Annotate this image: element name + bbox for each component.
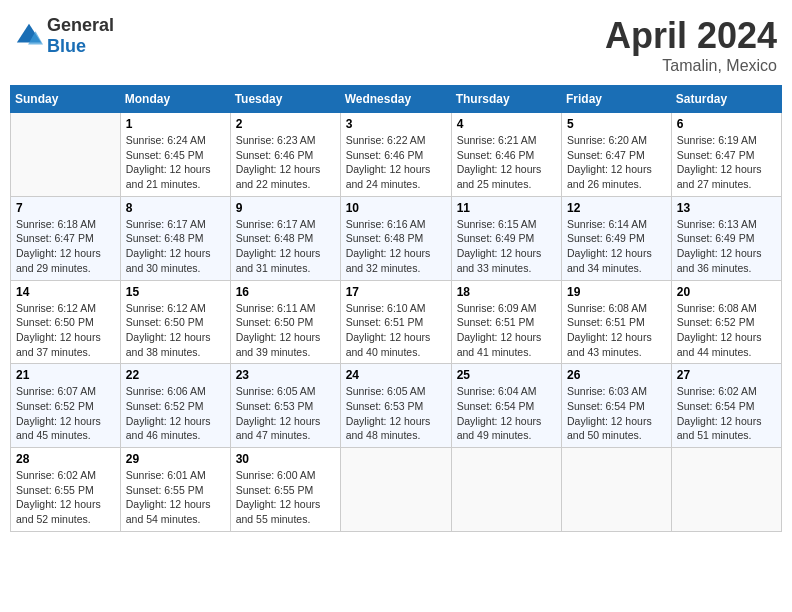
day-number: 7 <box>16 201 115 215</box>
day-number: 2 <box>236 117 335 131</box>
weekday-header-cell: Thursday <box>451 86 561 113</box>
calendar-day-cell: 17Sunrise: 6:10 AM Sunset: 6:51 PM Dayli… <box>340 280 451 364</box>
day-number: 17 <box>346 285 446 299</box>
day-info: Sunrise: 6:08 AM Sunset: 6:52 PM Dayligh… <box>677 301 776 360</box>
day-number: 23 <box>236 368 335 382</box>
day-number: 12 <box>567 201 666 215</box>
calendar-table: SundayMondayTuesdayWednesdayThursdayFrid… <box>10 85 782 532</box>
weekday-header-cell: Sunday <box>11 86 121 113</box>
day-number: 9 <box>236 201 335 215</box>
day-info: Sunrise: 6:02 AM Sunset: 6:55 PM Dayligh… <box>16 468 115 527</box>
day-info: Sunrise: 6:17 AM Sunset: 6:48 PM Dayligh… <box>236 217 335 276</box>
day-info: Sunrise: 6:12 AM Sunset: 6:50 PM Dayligh… <box>16 301 115 360</box>
logo: General Blue <box>15 15 114 57</box>
day-info: Sunrise: 6:15 AM Sunset: 6:49 PM Dayligh… <box>457 217 556 276</box>
day-info: Sunrise: 6:06 AM Sunset: 6:52 PM Dayligh… <box>126 384 225 443</box>
calendar-day-cell <box>340 448 451 532</box>
calendar-day-cell: 10Sunrise: 6:16 AM Sunset: 6:48 PM Dayli… <box>340 196 451 280</box>
day-info: Sunrise: 6:00 AM Sunset: 6:55 PM Dayligh… <box>236 468 335 527</box>
calendar-day-cell: 12Sunrise: 6:14 AM Sunset: 6:49 PM Dayli… <box>562 196 672 280</box>
calendar-week-row: 28Sunrise: 6:02 AM Sunset: 6:55 PM Dayli… <box>11 448 782 532</box>
day-number: 24 <box>346 368 446 382</box>
calendar-day-cell: 13Sunrise: 6:13 AM Sunset: 6:49 PM Dayli… <box>671 196 781 280</box>
day-info: Sunrise: 6:19 AM Sunset: 6:47 PM Dayligh… <box>677 133 776 192</box>
day-info: Sunrise: 6:21 AM Sunset: 6:46 PM Dayligh… <box>457 133 556 192</box>
weekday-header-row: SundayMondayTuesdayWednesdayThursdayFrid… <box>11 86 782 113</box>
calendar-day-cell: 20Sunrise: 6:08 AM Sunset: 6:52 PM Dayli… <box>671 280 781 364</box>
calendar-day-cell: 1Sunrise: 6:24 AM Sunset: 6:45 PM Daylig… <box>120 113 230 197</box>
weekday-header-cell: Monday <box>120 86 230 113</box>
day-info: Sunrise: 6:20 AM Sunset: 6:47 PM Dayligh… <box>567 133 666 192</box>
day-number: 21 <box>16 368 115 382</box>
calendar-day-cell: 2Sunrise: 6:23 AM Sunset: 6:46 PM Daylig… <box>230 113 340 197</box>
logo-general-text: General <box>47 15 114 35</box>
day-info: Sunrise: 6:07 AM Sunset: 6:52 PM Dayligh… <box>16 384 115 443</box>
day-number: 8 <box>126 201 225 215</box>
day-info: Sunrise: 6:12 AM Sunset: 6:50 PM Dayligh… <box>126 301 225 360</box>
day-number: 5 <box>567 117 666 131</box>
calendar-day-cell: 19Sunrise: 6:08 AM Sunset: 6:51 PM Dayli… <box>562 280 672 364</box>
calendar-day-cell: 30Sunrise: 6:00 AM Sunset: 6:55 PM Dayli… <box>230 448 340 532</box>
calendar-day-cell <box>671 448 781 532</box>
day-info: Sunrise: 6:17 AM Sunset: 6:48 PM Dayligh… <box>126 217 225 276</box>
day-info: Sunrise: 6:03 AM Sunset: 6:54 PM Dayligh… <box>567 384 666 443</box>
calendar-day-cell: 22Sunrise: 6:06 AM Sunset: 6:52 PM Dayli… <box>120 364 230 448</box>
calendar-day-cell <box>11 113 121 197</box>
day-number: 10 <box>346 201 446 215</box>
weekday-header-cell: Tuesday <box>230 86 340 113</box>
logo-blue-text: Blue <box>47 36 86 56</box>
calendar-day-cell: 27Sunrise: 6:02 AM Sunset: 6:54 PM Dayli… <box>671 364 781 448</box>
calendar-day-cell: 16Sunrise: 6:11 AM Sunset: 6:50 PM Dayli… <box>230 280 340 364</box>
day-info: Sunrise: 6:10 AM Sunset: 6:51 PM Dayligh… <box>346 301 446 360</box>
day-number: 14 <box>16 285 115 299</box>
day-number: 29 <box>126 452 225 466</box>
calendar-day-cell: 8Sunrise: 6:17 AM Sunset: 6:48 PM Daylig… <box>120 196 230 280</box>
weekday-header-cell: Friday <box>562 86 672 113</box>
day-number: 11 <box>457 201 556 215</box>
day-number: 16 <box>236 285 335 299</box>
calendar-day-cell: 28Sunrise: 6:02 AM Sunset: 6:55 PM Dayli… <box>11 448 121 532</box>
day-number: 18 <box>457 285 556 299</box>
day-number: 3 <box>346 117 446 131</box>
day-info: Sunrise: 6:05 AM Sunset: 6:53 PM Dayligh… <box>236 384 335 443</box>
day-info: Sunrise: 6:22 AM Sunset: 6:46 PM Dayligh… <box>346 133 446 192</box>
calendar-day-cell: 14Sunrise: 6:12 AM Sunset: 6:50 PM Dayli… <box>11 280 121 364</box>
day-number: 25 <box>457 368 556 382</box>
day-number: 30 <box>236 452 335 466</box>
calendar-week-row: 7Sunrise: 6:18 AM Sunset: 6:47 PM Daylig… <box>11 196 782 280</box>
day-info: Sunrise: 6:16 AM Sunset: 6:48 PM Dayligh… <box>346 217 446 276</box>
calendar-day-cell: 23Sunrise: 6:05 AM Sunset: 6:53 PM Dayli… <box>230 364 340 448</box>
day-info: Sunrise: 6:05 AM Sunset: 6:53 PM Dayligh… <box>346 384 446 443</box>
day-info: Sunrise: 6:04 AM Sunset: 6:54 PM Dayligh… <box>457 384 556 443</box>
day-number: 6 <box>677 117 776 131</box>
logo-icon <box>15 22 43 50</box>
day-info: Sunrise: 6:11 AM Sunset: 6:50 PM Dayligh… <box>236 301 335 360</box>
day-info: Sunrise: 6:14 AM Sunset: 6:49 PM Dayligh… <box>567 217 666 276</box>
day-number: 15 <box>126 285 225 299</box>
calendar-day-cell: 26Sunrise: 6:03 AM Sunset: 6:54 PM Dayli… <box>562 364 672 448</box>
day-number: 27 <box>677 368 776 382</box>
page-header: General Blue April 2024 Tamalin, Mexico <box>10 10 782 75</box>
day-number: 19 <box>567 285 666 299</box>
day-number: 4 <box>457 117 556 131</box>
location-title: Tamalin, Mexico <box>605 57 777 75</box>
calendar-body: 1Sunrise: 6:24 AM Sunset: 6:45 PM Daylig… <box>11 113 782 532</box>
calendar-day-cell: 11Sunrise: 6:15 AM Sunset: 6:49 PM Dayli… <box>451 196 561 280</box>
day-info: Sunrise: 6:13 AM Sunset: 6:49 PM Dayligh… <box>677 217 776 276</box>
calendar-day-cell: 7Sunrise: 6:18 AM Sunset: 6:47 PM Daylig… <box>11 196 121 280</box>
day-info: Sunrise: 6:23 AM Sunset: 6:46 PM Dayligh… <box>236 133 335 192</box>
calendar-day-cell: 18Sunrise: 6:09 AM Sunset: 6:51 PM Dayli… <box>451 280 561 364</box>
day-number: 20 <box>677 285 776 299</box>
calendar-week-row: 21Sunrise: 6:07 AM Sunset: 6:52 PM Dayli… <box>11 364 782 448</box>
calendar-day-cell: 5Sunrise: 6:20 AM Sunset: 6:47 PM Daylig… <box>562 113 672 197</box>
calendar-day-cell <box>562 448 672 532</box>
calendar-week-row: 14Sunrise: 6:12 AM Sunset: 6:50 PM Dayli… <box>11 280 782 364</box>
title-area: April 2024 Tamalin, Mexico <box>605 15 777 75</box>
calendar-day-cell: 24Sunrise: 6:05 AM Sunset: 6:53 PM Dayli… <box>340 364 451 448</box>
month-title: April 2024 <box>605 15 777 57</box>
calendar-day-cell <box>451 448 561 532</box>
day-number: 28 <box>16 452 115 466</box>
day-number: 1 <box>126 117 225 131</box>
weekday-header-cell: Wednesday <box>340 86 451 113</box>
day-number: 26 <box>567 368 666 382</box>
